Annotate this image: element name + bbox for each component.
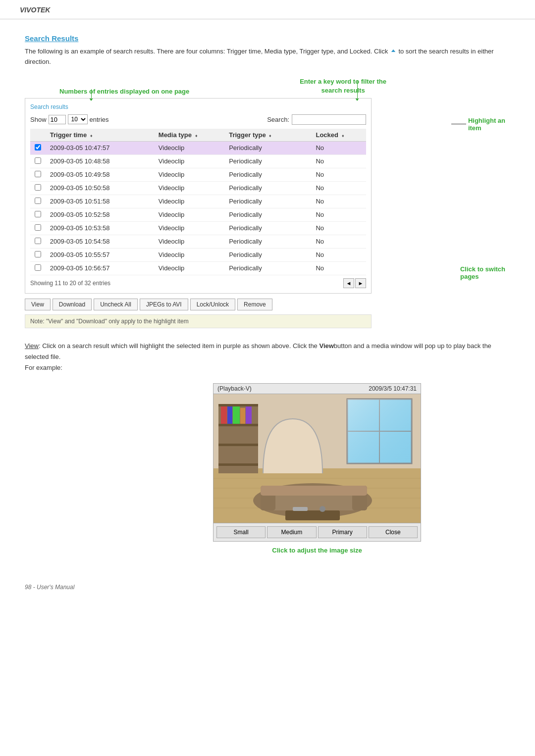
entries-select[interactable]: 10 25 50 [68,114,88,124]
row-checkbox[interactable] [35,211,41,217]
table-row[interactable]: 2009-03-05 10:56:57VideoclipPeriodically… [30,261,366,275]
view-description: View: Click on a search result which wil… [25,341,510,373]
download-button[interactable]: Download [53,299,92,310]
table-body: 2009-03-05 10:47:57VideoclipPeriodically… [30,141,366,275]
cell-media_type: Videoclip [155,181,225,195]
uncheck-all-button[interactable]: Uncheck All [94,299,138,310]
small-btn[interactable]: Small [216,526,266,538]
search-input[interactable] [292,114,366,125]
lock-unlock-button[interactable]: Lock/Unlock [190,299,235,310]
show-entries-row: Show 10 25 50 entries Search: [30,114,366,125]
right-annotations: Highlight anitem [451,117,505,134]
svg-rect-27 [261,486,367,496]
sort-locked[interactable]: ⬧ [340,132,346,138]
medium-btn[interactable]: Medium [267,526,316,538]
svg-rect-18 [221,406,227,424]
cell-media_type: Videoclip [155,248,225,261]
playback-wrapper: (Playback-V) 2009/3/5 10:47:31 [124,383,510,554]
for-example: For example: [25,364,62,371]
cell-media_type: Videoclip [155,195,225,208]
svg-rect-15 [218,424,258,426]
table-row[interactable]: 2009-03-05 10:47:57VideoclipPeriodically… [30,141,366,154]
table-row[interactable]: 2009-03-05 10:52:58VideoclipPeriodically… [30,208,366,221]
cell-media_type: Videoclip [155,235,225,248]
click-switch-row: Click to switchpages [460,265,505,280]
cell-media_type: Videoclip [155,168,225,181]
row-checkbox[interactable] [35,224,41,231]
cell-trigger_time: 2009-03-05 10:48:58 [46,154,155,168]
sort-trigger-time[interactable]: ⬧ [89,132,94,138]
table-row[interactable]: 2009-03-05 10:49:58VideoclipPeriodically… [30,168,366,181]
primary-btn[interactable]: Primary [318,526,367,538]
cell-trigger_type: Periodically [225,235,312,248]
row-checkbox[interactable] [35,184,41,191]
playback-window: (Playback-V) 2009/3/5 10:47:31 [213,383,421,542]
table-row[interactable]: 2009-03-05 10:48:58VideoclipPeriodically… [30,154,366,168]
jpegs-to-avi-button[interactable]: JPEGs to AVI [140,299,188,310]
svg-rect-28 [285,510,340,520]
remove-button[interactable]: Remove [237,299,272,310]
row-checkbox[interactable] [35,144,41,151]
table-row[interactable]: 2009-03-05 10:55:57VideoclipPeriodically… [30,248,366,261]
show-entries-left: Show 10 25 50 entries [30,114,109,124]
table-label: Search results [30,103,366,110]
sort-trigger-type[interactable]: ⬧ [268,132,273,138]
row-checkbox[interactable] [35,251,41,257]
cell-trigger_time: 2009-03-05 10:52:58 [46,208,155,221]
svg-rect-20 [233,406,240,424]
view-link[interactable]: View [25,342,39,350]
table-header-row: Trigger time ⬧ Media type ⬧ Trigger type… [30,129,366,142]
close-btn[interactable]: Close [369,526,418,538]
table-row[interactable]: 2009-03-05 10:53:58VideoclipPeriodically… [30,221,366,235]
col-trigger-time: Trigger time ⬧ [46,129,155,142]
entries-text: entries [90,116,109,123]
row-checkbox[interactable] [35,264,41,271]
table-row[interactable]: 2009-03-05 10:54:58VideoclipPeriodically… [30,235,366,248]
cell-trigger_type: Periodically [225,195,312,208]
playback-title-right: 2009/3/5 10:47:31 [369,385,417,392]
sort-media-type[interactable]: ⬧ [194,132,199,138]
playback-header: (Playback-V) 2009/3/5 10:47:31 [214,384,421,394]
svg-rect-14 [218,404,258,406]
cell-trigger_type: Periodically [225,221,312,235]
search-right: Search: [267,114,366,125]
row-checkbox[interactable] [35,157,41,164]
action-buttons-row: View Download Uncheck All JPEGs to AVI L… [25,299,372,310]
header: VIVOTEK [0,0,535,19]
cell-media_type: Videoclip [155,154,225,168]
row-checkbox[interactable] [35,198,41,204]
svg-rect-17 [218,463,258,466]
svg-rect-21 [240,408,245,424]
note-bar: Note: "View" and "Download" only apply t… [25,314,372,328]
cell-locked: No [312,248,366,261]
entries-input[interactable] [49,115,66,124]
svg-rect-29 [293,507,308,511]
svg-rect-12 [347,399,412,463]
cell-locked: No [312,141,366,154]
col-trigger-type: Trigger type ⬧ [225,129,312,142]
cell-trigger_time: 2009-03-05 10:54:58 [46,235,155,248]
view-button[interactable]: View [25,299,51,310]
cell-media_type: Videoclip [155,141,225,154]
cell-trigger_type: Periodically [225,154,312,168]
prev-page-btn[interactable]: ◄ [343,278,354,288]
pagination-buttons: ◄ ► [343,278,366,288]
results-table: Trigger time ⬧ Media type ⬧ Trigger type… [30,129,366,275]
row-checkbox[interactable] [35,171,41,177]
col-media-type: Media type ⬧ [155,129,225,142]
row-checkbox[interactable] [35,238,41,244]
view-bold: View [319,342,333,350]
logo: VIVOTEK [20,6,50,14]
cell-trigger_type: Periodically [225,248,312,261]
annotation-numbers: Numbers of entries displayed on one page [59,88,189,95]
table-row[interactable]: 2009-03-05 10:51:58VideoclipPeriodically… [30,195,366,208]
cell-trigger_type: Periodically [225,261,312,275]
table-row[interactable]: 2009-03-05 10:50:58VideoclipPeriodically… [30,181,366,195]
col-checkbox [30,129,46,142]
cell-trigger_time: 2009-03-05 10:50:58 [46,181,155,195]
cell-trigger_type: Periodically [225,168,312,181]
cell-media_type: Videoclip [155,208,225,221]
next-page-btn[interactable]: ► [355,278,366,288]
highlight-annotation-row: Highlight anitem [451,117,505,132]
cell-trigger_type: Periodically [225,181,312,195]
